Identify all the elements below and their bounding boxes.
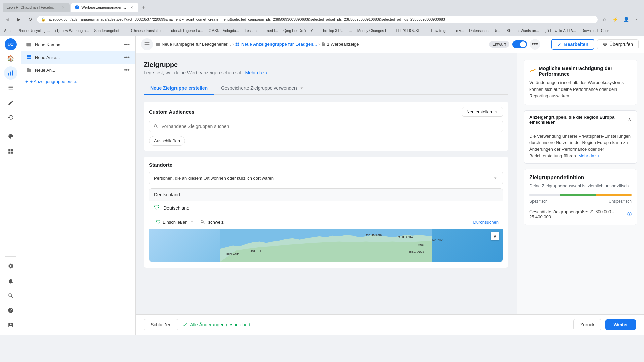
new-tab-button[interactable]: + (140, 3, 148, 11)
campaign-item-2[interactable]: Neue An... ••• (21, 64, 135, 76)
review-button[interactable]: Überprüfen (597, 39, 639, 49)
include-dropdown[interactable]: 🛡 Einschließen (153, 218, 197, 226)
bookmark-7[interactable]: Lessons Learned f... (243, 28, 279, 33)
campaign-item-1[interactable]: Neue Anze... ••• (21, 51, 135, 64)
more-button[interactable]: ••• (530, 39, 540, 50)
status-toggle[interactable] (512, 40, 527, 48)
toggle-icon (144, 41, 150, 48)
region-body: Die Verwendung unserer Privatsphäre-Eins… (524, 129, 637, 163)
extension-icon[interactable]: ⚡ (610, 15, 620, 24)
breadcrumb-ad-label: 1 Werbeanzeige (327, 42, 359, 47)
bookmark-11[interactable]: LEE'S HOUSE -... (394, 28, 427, 33)
zuruck-button[interactable]: Zurück (573, 319, 602, 330)
region-header[interactable]: Anzeigengruppen, die die Region Europa e… (524, 111, 637, 129)
tab-active[interactable]: Werbeanzeigenmanager - Wer... ✕ (71, 3, 138, 12)
subtitle-link[interactable]: Mehr dazu (245, 70, 267, 75)
bookmark-4[interactable]: Chinese translatio... (130, 28, 165, 33)
sidebar-history[interactable] (4, 111, 17, 124)
forward-button[interactable]: ▶ (14, 15, 23, 24)
avatar[interactable]: LC (5, 38, 17, 50)
right-panel: Mögliche Beeinträchtigung der Performanc… (517, 53, 644, 314)
sidebar-help[interactable] (4, 304, 17, 317)
deutschland-label: Deutschland (163, 205, 190, 211)
bookmark-2[interactable]: (1) How Working a... (54, 28, 90, 33)
ausschliessen-button[interactable]: Ausschließen (149, 136, 185, 146)
neu-erstellen-button[interactable]: Neu erstellen (462, 107, 503, 117)
bookmark-3[interactable]: Sonderangebot-d... (93, 28, 127, 33)
account-icon[interactable]: 👤 (621, 15, 631, 24)
breadcrumb-grid-icon (235, 42, 240, 47)
reload-button[interactable]: ↻ (25, 15, 35, 24)
deutschland-row[interactable]: 🛡 Deutschland (149, 201, 503, 215)
bookmark-14[interactable]: Student Wants an... (505, 28, 540, 33)
svg-rect-7 (27, 55, 29, 57)
address-bar[interactable]: 🔒 facebook.com/adsmanager/manage/adsets/… (37, 16, 598, 23)
bookmark-16[interactable]: Download - Cooki... (580, 28, 615, 33)
sidebar-settings[interactable] (4, 259, 17, 273)
audience-search-input[interactable] (161, 124, 499, 129)
bookmark-bar: Apps Phone Recycling-... (1) How Working… (0, 26, 644, 36)
sidebar-bell[interactable] (4, 274, 17, 288)
bookmark-icon[interactable]: ☆ (600, 15, 609, 24)
sidebar-chart[interactable] (4, 66, 17, 80)
map-up-button[interactable]: ∧ (491, 232, 499, 240)
sidebar-palette[interactable] (4, 130, 17, 143)
tab-facebook[interactable]: Leon R. Chaudhari | Facebook... ✕ (3, 3, 70, 12)
bookmark-6[interactable]: GMSN - Vologda... (207, 28, 241, 33)
settings-icon[interactable]: ⋮ (632, 15, 641, 24)
search-location-bar: 🛡 Einschließen Durchsuchen (149, 215, 503, 229)
region-mehr-dazu-link[interactable]: Mehr dazu (578, 153, 599, 158)
main-content: Neue Kampagne für Leadgenerier... › Neue… (136, 36, 644, 335)
include-chevron-icon (190, 220, 194, 224)
sidebar-edit[interactable] (4, 96, 17, 109)
include-shield-icon: 🛡 (156, 219, 161, 225)
bookmark-15[interactable]: (2) How To Add A... (543, 28, 577, 33)
top-nav: Neue Kampagne für Leadgenerier... › Neue… (136, 36, 644, 53)
breadcrumb-campaign[interactable]: Neue Kampagne für Leadgenerier... (156, 42, 231, 47)
campaign-item-0[interactable]: Neue Kampa... ••• (21, 38, 135, 51)
bookmark-13[interactable]: Datenschutz – Re... (468, 28, 503, 33)
bell-icon (8, 278, 14, 284)
campaign-more-1[interactable]: ••• (123, 54, 131, 61)
campaign-more-0[interactable]: ••• (123, 41, 131, 48)
bookmark-8[interactable]: Qing Fei De Yi - Y... (282, 28, 317, 33)
sidebar-activity[interactable] (4, 318, 17, 332)
breadcrumb-adset[interactable]: Neue Anzeigengruppe für Leadgen... (235, 42, 317, 47)
zielgruppen-title: Zielgruppendefinition (529, 175, 632, 181)
back-button[interactable]: ◀ (3, 15, 12, 24)
bookmark-1[interactable]: Phone Recycling-... (16, 28, 51, 33)
weiter-button[interactable]: Weiter (605, 319, 636, 330)
edit-button[interactable]: Bearbeiten (551, 39, 594, 50)
bookmark-10[interactable]: Money Changes E... (356, 28, 392, 33)
bookmark-12[interactable]: How to get more v... (430, 28, 465, 33)
bookmark-5[interactable]: Tutorial: Eigene Fa... (168, 28, 205, 33)
sidebar-home[interactable]: 🏠 (4, 52, 17, 65)
info-icon[interactable]: ⓘ (627, 211, 632, 217)
schliessen-button[interactable]: Schließen (144, 319, 178, 330)
region-collapse-icon[interactable]: ∧ (628, 116, 632, 123)
tab-gespeicherte[interactable]: Gespeicherte Zielgruppe verwenden (214, 82, 311, 94)
svg-rect-14 (236, 42, 237, 44)
perf-title-text: Mögliche Beeinträchtigung der Performanc… (539, 65, 632, 77)
sidebar-grid[interactable] (4, 144, 17, 158)
sidebar-menu[interactable] (4, 81, 17, 95)
campaign-name-0: Neue Kampa... (35, 42, 120, 47)
activity-icon (8, 322, 14, 328)
bookmark-9[interactable]: The Top 3 Platfor... (320, 28, 353, 33)
sidebar-search[interactable] (4, 289, 17, 302)
url-text: facebook.com/adsmanager/manage/adsets/ed… (48, 17, 445, 21)
checkmark-icon (182, 322, 188, 327)
breadcrumb-ad[interactable]: 1 Werbeanzeige (321, 42, 359, 47)
svg-rect-15 (238, 42, 239, 44)
durchsuchen-button[interactable]: Durchsuchen (473, 220, 499, 225)
tab-neue-zielgruppe[interactable]: Neue Zielgruppe erstellen (144, 82, 214, 95)
add-group-button[interactable]: + + Anzeigengruppe erste... (21, 76, 135, 87)
tab-close-active[interactable]: ✕ (129, 5, 134, 10)
location-search-input[interactable] (208, 220, 470, 225)
tab-close-facebook[interactable]: ✕ (60, 5, 66, 10)
bookmark-apps[interactable]: Apps (3, 28, 14, 33)
campaign-more-2[interactable]: ••• (123, 66, 131, 74)
location-type-dropdown[interactable]: Personen, die an diesem Ort wohnen oder … (149, 172, 503, 184)
audience-search-box[interactable] (149, 121, 503, 132)
nav-toggle[interactable] (141, 38, 153, 50)
